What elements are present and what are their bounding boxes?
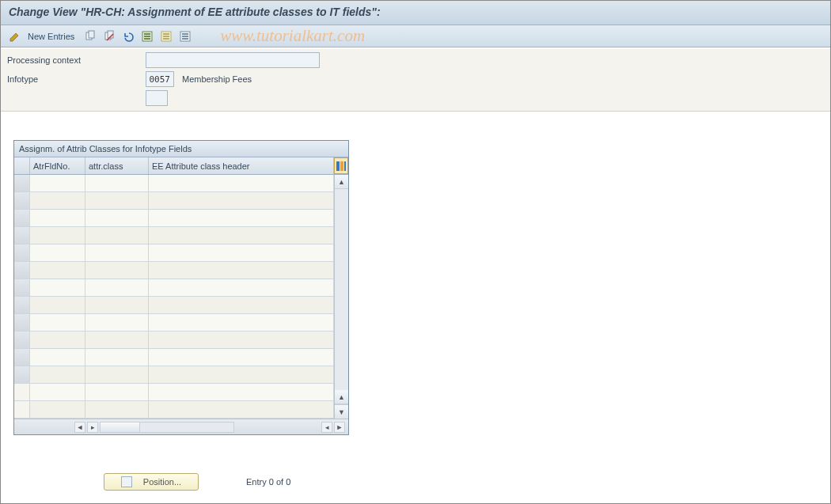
cell-atr-fld-no[interactable]: [30, 175, 85, 192]
hscroll-left-icon[interactable]: ▸: [87, 422, 98, 433]
table-row: [14, 175, 334, 192]
delete-icon[interactable]: [101, 28, 117, 44]
cell-ee-header[interactable]: [149, 401, 334, 419]
col-attr-class[interactable]: attr.class: [85, 157, 149, 174]
grid-rows: [14, 175, 334, 419]
cell-attr-class[interactable]: [85, 262, 149, 279]
svg-rect-8: [144, 38, 150, 40]
row-selector: [14, 384, 30, 401]
copy-icon[interactable]: [82, 28, 98, 44]
cell-attr-class[interactable]: [85, 244, 149, 262]
cell-atr-fld-no[interactable]: [30, 332, 85, 349]
cell-attr-class[interactable]: [85, 279, 149, 297]
grid-header-row: AtrFldNo. attr.class EE Attribute class …: [14, 157, 348, 175]
cell-atr-fld-no[interactable]: [30, 227, 85, 244]
cell-ee-header[interactable]: [149, 175, 334, 192]
cell-atr-fld-no[interactable]: [30, 349, 85, 366]
svg-rect-6: [144, 33, 150, 35]
hscroll-thumb[interactable]: [101, 423, 140, 432]
cell-attr-class[interactable]: [85, 175, 149, 192]
cell-ee-header[interactable]: [149, 192, 334, 210]
cell-attr-class[interactable]: [85, 314, 149, 332]
processing-context-field[interactable]: [146, 52, 320, 68]
col-atr-fld-no[interactable]: AtrFldNo.: [30, 157, 85, 174]
row-selector[interactable]: [14, 244, 30, 262]
cell-attr-class[interactable]: [85, 227, 149, 244]
scroll-down-icon[interactable]: ▼: [335, 404, 348, 419]
row-selector[interactable]: [14, 297, 30, 314]
cell-atr-fld-no[interactable]: [30, 314, 85, 332]
row-selector[interactable]: [14, 366, 30, 384]
cell-ee-header[interactable]: [149, 314, 334, 332]
cell-ee-header[interactable]: [149, 366, 334, 384]
processing-context-label: Processing context: [4, 55, 142, 65]
col-ee-header[interactable]: EE Attribute class header: [149, 157, 334, 174]
scroll-up-icon[interactable]: ▲: [335, 175, 348, 189]
cell-ee-header[interactable]: [149, 384, 334, 401]
table-row: [14, 314, 334, 332]
scroll-track[interactable]: [335, 189, 348, 390]
cell-atr-fld-no[interactable]: [30, 210, 85, 227]
cell-ee-header[interactable]: [149, 349, 334, 366]
cell-attr-class[interactable]: [85, 349, 149, 366]
svg-rect-14: [182, 33, 188, 35]
cell-ee-header[interactable]: [149, 210, 334, 227]
cell-atr-fld-no[interactable]: [30, 401, 85, 419]
grid-vertical-scrollbar[interactable]: ▲ ▲ ▼: [334, 175, 348, 419]
app-toolbar: New Entries www.tutorialkart.com: [1, 25, 830, 47]
deselect-all-icon[interactable]: [177, 28, 193, 44]
cell-atr-fld-no[interactable]: [30, 192, 85, 210]
cell-atr-fld-no[interactable]: [30, 366, 85, 384]
cell-attr-class[interactable]: [85, 366, 149, 384]
extra-blank-field[interactable]: [146, 90, 168, 106]
svg-rect-18: [340, 161, 343, 171]
svg-rect-17: [336, 161, 340, 171]
row-selector[interactable]: [14, 175, 30, 192]
row-selector[interactable]: [14, 210, 30, 227]
cell-atr-fld-no[interactable]: [30, 244, 85, 262]
select-all-icon[interactable]: [139, 28, 155, 44]
infotype-field[interactable]: 0057: [146, 71, 174, 87]
svg-rect-15: [182, 36, 188, 37]
cell-ee-header[interactable]: [149, 262, 334, 279]
pencil-icon[interactable]: [7, 28, 23, 44]
row-selector[interactable]: [14, 279, 30, 297]
table-row: [14, 244, 334, 262]
new-entries-button[interactable]: New Entries: [26, 32, 79, 41]
hscroll-left-end-icon[interactable]: ◄: [74, 422, 85, 433]
row-selector[interactable]: [14, 192, 30, 210]
hscroll-track[interactable]: [100, 422, 234, 433]
cell-ee-header[interactable]: [149, 297, 334, 314]
position-button[interactable]: Position...: [104, 473, 199, 491]
row-selector[interactable]: [14, 314, 30, 332]
row-selector[interactable]: [14, 349, 30, 366]
cell-atr-fld-no[interactable]: [30, 279, 85, 297]
cell-ee-header[interactable]: [149, 332, 334, 349]
cell-attr-class[interactable]: [85, 210, 149, 227]
undo-icon[interactable]: [120, 28, 136, 44]
form-area: Processing context Infotype 0057 Members…: [1, 49, 830, 112]
row-selector[interactable]: [14, 332, 30, 349]
cell-atr-fld-no[interactable]: [30, 384, 85, 401]
cell-ee-header[interactable]: [149, 227, 334, 244]
cell-attr-class[interactable]: [85, 401, 149, 419]
cell-ee-header[interactable]: [149, 279, 334, 297]
cell-attr-class[interactable]: [85, 384, 149, 401]
table-row: [14, 332, 334, 349]
infotype-label: Infotype: [4, 74, 142, 84]
grid-config-icon[interactable]: [334, 157, 348, 174]
cell-attr-class[interactable]: [85, 297, 149, 314]
grid-header-selector[interactable]: [14, 157, 30, 174]
scroll-up-step-icon[interactable]: ▲: [335, 390, 348, 404]
hscroll-right-icon[interactable]: ◂: [321, 422, 332, 433]
hscroll-right-end-icon[interactable]: ►: [334, 422, 345, 433]
cell-atr-fld-no[interactable]: [30, 262, 85, 279]
cell-attr-class[interactable]: [85, 332, 149, 349]
cell-ee-header[interactable]: [149, 244, 334, 262]
select-block-icon[interactable]: [158, 28, 174, 44]
row-selector[interactable]: [14, 262, 30, 279]
row-selector[interactable]: [14, 227, 30, 244]
position-button-label: Position...: [143, 477, 181, 487]
cell-atr-fld-no[interactable]: [30, 297, 85, 314]
cell-attr-class[interactable]: [85, 192, 149, 210]
